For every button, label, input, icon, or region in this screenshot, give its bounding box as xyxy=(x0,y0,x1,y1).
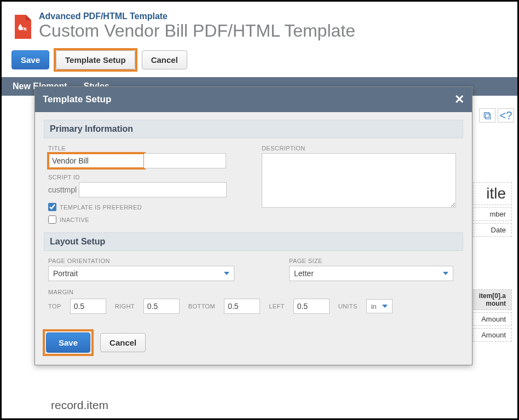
margin-units-select[interactable]: in xyxy=(366,299,393,313)
section-primary-information: Primary Information xyxy=(44,120,463,138)
page-title: Custom Vendor Bill PDF/HTML Template xyxy=(39,21,355,40)
margin-left-input[interactable] xyxy=(293,299,330,314)
preview-row-amount: Amount xyxy=(473,328,512,342)
preview-cell-number: mber xyxy=(473,207,512,221)
inactive-input[interactable] xyxy=(48,215,56,224)
label-title: TITLE xyxy=(48,145,245,151)
cancel-button[interactable]: Cancel xyxy=(142,50,187,69)
pdf-icon xyxy=(11,14,33,40)
dialog-save-button[interactable]: Save xyxy=(46,332,90,353)
label-description: DESCRIPTION xyxy=(262,145,459,151)
canvas-preview: itle mber Date item[0].a mount Amount Am… xyxy=(473,182,512,344)
template-setup-button[interactable]: Template Setup xyxy=(56,50,135,69)
margin-top-input[interactable] xyxy=(70,299,106,314)
dialog-title: Template Setup xyxy=(43,94,111,105)
preview-cell-date: Date xyxy=(473,223,512,237)
label-script-id: SCRIPT ID xyxy=(48,174,245,180)
script-id-input[interactable] xyxy=(79,182,227,197)
title-input[interactable] xyxy=(48,153,145,168)
label-page-size: PAGE SIZE xyxy=(289,258,459,264)
label-margin-bottom: BOTTOM xyxy=(188,303,215,310)
chevron-down-icon xyxy=(224,272,229,275)
preview-row-amount: Amount xyxy=(473,312,512,326)
inactive-checkbox[interactable]: INACTIVE xyxy=(48,215,245,224)
template-setup-dialog: Template Setup ✕ Primary Information TIT… xyxy=(34,86,472,365)
description-textarea[interactable] xyxy=(262,153,456,208)
close-icon[interactable]: ✕ xyxy=(454,92,464,107)
preview-bottom-text: record.item xyxy=(51,399,108,412)
preview-cell-title: itle xyxy=(473,182,512,205)
layout-view-icon[interactable]: ⧉ xyxy=(479,108,495,122)
page-orientation-select[interactable]: Portrait xyxy=(48,266,234,281)
label-margin-top: TOP xyxy=(48,303,61,310)
source-view-icon[interactable]: <? xyxy=(498,108,514,122)
section-layout-setup: Layout Setup xyxy=(44,232,463,251)
label-margin-units: UNITS xyxy=(338,303,357,310)
page-size-select[interactable]: Letter xyxy=(289,266,453,281)
margin-bottom-input[interactable] xyxy=(224,299,260,314)
label-page-orientation: PAGE ORIENTATION xyxy=(48,258,234,264)
save-button[interactable]: Save xyxy=(11,50,49,69)
template-preferred-checkbox[interactable]: TEMPLATE IS PREFERRED xyxy=(48,203,245,211)
label-margin-left: LEFT xyxy=(269,303,285,310)
template-preferred-input[interactable] xyxy=(48,203,56,211)
preview-col-header: item[0].a mount xyxy=(473,289,512,310)
script-id-prefix: custtmpl xyxy=(48,185,77,194)
chevron-down-icon xyxy=(443,272,448,275)
dialog-cancel-button[interactable]: Cancel xyxy=(100,333,146,352)
label-margin: MARGIN xyxy=(48,289,459,295)
chevron-down-icon xyxy=(382,305,388,308)
margin-right-input[interactable] xyxy=(143,299,180,314)
label-margin-right: RIGHT xyxy=(115,303,135,310)
breadcrumb[interactable]: Advanced PDF/HTML Template xyxy=(39,11,355,21)
